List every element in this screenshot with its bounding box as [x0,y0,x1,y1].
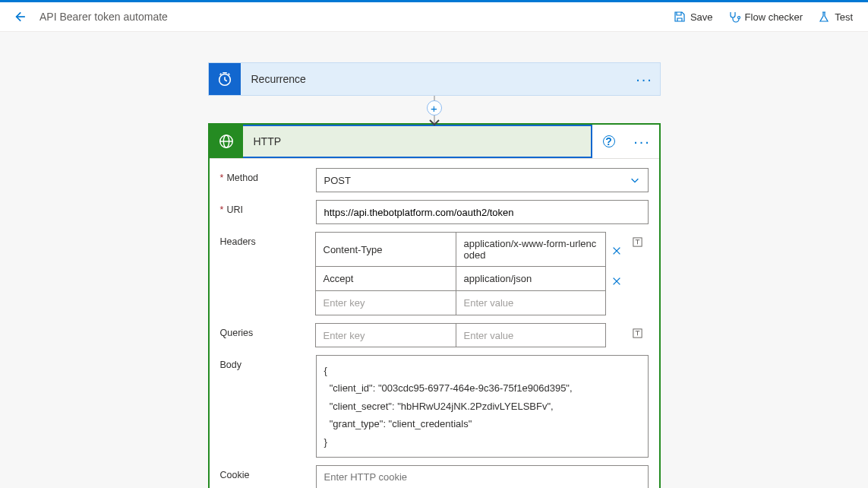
close-icon [611,246,622,256]
test-button[interactable]: Test [812,6,859,27]
cookie-input[interactable] [316,465,649,488]
http-card-header[interactable]: HTTP [210,125,592,158]
chevron-down-icon [630,175,640,185]
header-value[interactable]: application/json [456,267,606,291]
headers-label: Headers [220,232,315,247]
arrow-down-icon [428,119,440,126]
recurrence-title: Recurrence [241,73,630,85]
flask-icon [818,11,830,23]
card-menu-button[interactable]: ··· [630,63,660,95]
query-value-input[interactable]: Enter value [456,323,606,347]
switch-mode-button[interactable] [627,323,649,347]
flow-checker-button[interactable]: Flow checker [722,6,810,27]
header-value-input[interactable]: Enter value [456,291,606,315]
http-card: HTTP ? ··· Method POST URI [208,123,661,488]
uri-label: URI [220,200,316,215]
svg-point-1 [737,17,740,19]
help-button[interactable]: ? [592,125,626,158]
method-label: Method [220,168,316,183]
header-key[interactable]: Content-Type [315,232,456,267]
query-key-input[interactable]: Enter key [315,323,456,347]
body-textarea[interactable]: { "client_id": "003cdc95-6977-464e-9c36-… [316,355,649,458]
globe-icon [210,125,243,158]
queries-label: Queries [220,323,315,338]
method-value: POST [324,175,351,186]
body-label: Body [220,355,316,370]
header-key-input[interactable]: Enter key [315,291,456,315]
save-icon [674,11,686,23]
save-button[interactable]: Save [668,6,719,27]
header-value[interactable]: application/x-www-form-urlencoded [456,232,606,267]
card-menu-button[interactable]: ··· [626,125,659,158]
recurrence-card[interactable]: Recurrence ··· [208,62,661,96]
stethoscope-icon [728,11,740,23]
remove-header-button[interactable] [606,269,627,293]
http-title: HTTP [243,135,591,147]
flow-canvas: Recurrence ··· + HTTP ? ··· Method [0,32,868,488]
remove-header-button[interactable] [606,232,627,269]
clock-icon [209,63,241,95]
ellipsis-icon: ··· [633,133,651,151]
uri-input[interactable] [316,200,649,224]
top-toolbar: API Bearer token automate Save Flow chec… [0,0,868,32]
close-icon [611,276,622,287]
flow-title: API Bearer token automate [39,11,168,23]
method-select[interactable]: POST [316,168,649,192]
headers-table: Content-Type application/x-www-form-urle… [315,232,606,315]
add-step-button[interactable]: + [427,100,442,116]
switch-mode-button[interactable] [627,232,649,269]
header-key[interactable]: Accept [315,267,456,291]
connector: + [208,96,661,123]
ellipsis-icon: ··· [636,71,653,88]
queries-table: Enter key Enter value [315,323,606,347]
cookie-label: Cookie [220,465,316,480]
back-arrow-icon[interactable] [9,7,29,27]
help-icon: ? [603,135,615,147]
text-mode-icon [632,236,643,248]
text-mode-icon [632,328,643,339]
